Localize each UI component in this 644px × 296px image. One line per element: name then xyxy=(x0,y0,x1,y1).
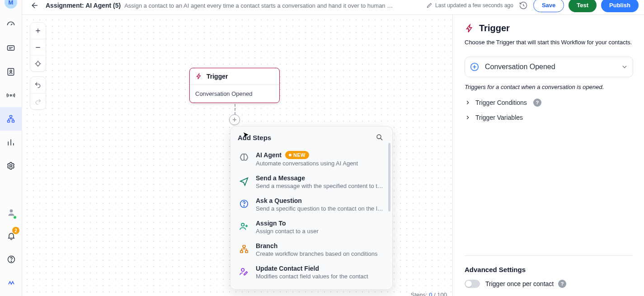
new-badge: NEW xyxy=(285,151,309,159)
arrow-left-icon xyxy=(30,1,39,10)
search-button[interactable] xyxy=(374,132,385,143)
svg-point-7 xyxy=(10,165,12,167)
broadcast-icon xyxy=(6,91,15,100)
svg-rect-17 xyxy=(240,251,243,253)
back-button[interactable] xyxy=(28,0,41,12)
advanced-settings-title: Advanced Settings xyxy=(465,255,633,273)
step-option-send-a-message[interactable]: Send a Message Send a message with the s… xyxy=(233,171,390,193)
panel-title-text: Trigger xyxy=(479,23,510,33)
add-steps-title: Add Steps xyxy=(238,134,271,141)
gear-icon xyxy=(6,161,15,170)
save-button[interactable]: Save xyxy=(533,0,564,12)
bars-icon xyxy=(6,138,15,147)
svg-point-8 xyxy=(9,209,13,212)
trigger-node[interactable]: Trigger Conversation Opened xyxy=(189,68,280,103)
steps-counter: Steps: 0 / 100 xyxy=(411,291,447,296)
trigger-node-title: Trigger xyxy=(207,73,228,80)
history-button[interactable] xyxy=(518,0,529,11)
nav-contacts[interactable] xyxy=(0,60,22,84)
publish-button[interactable]: Publish xyxy=(601,0,639,12)
workflow-canvas[interactable]: Trigger Conversation Opened + Add Steps … xyxy=(22,15,452,296)
nav-presence[interactable] xyxy=(0,201,22,224)
right-panel: Trigger Choose the Trigger that will sta… xyxy=(452,15,644,296)
workflow-icon xyxy=(6,114,15,123)
trigger-variables-toggle[interactable]: Trigger Variables xyxy=(465,114,633,121)
toggle-knob xyxy=(465,281,472,287)
step-option-update-contact-field[interactable]: Update Contact Field Modifies contact fi… xyxy=(233,261,390,284)
user-edit-icon xyxy=(238,265,250,278)
chevron-down-icon xyxy=(621,63,628,70)
help-tooltip-icon[interactable]: ? xyxy=(533,99,541,107)
zoom-out-button[interactable] xyxy=(30,39,46,55)
step-title: Send a Message xyxy=(256,174,305,182)
trigger-conditions-toggle[interactable]: Trigger Conditions ? xyxy=(465,99,633,107)
trigger-once-toggle[interactable] xyxy=(465,280,480,288)
top-bar: Assignment: AI Agent (5) Assign a contac… xyxy=(22,0,644,15)
workspace-avatar[interactable]: M xyxy=(5,0,17,9)
svg-rect-4 xyxy=(10,116,12,117)
svg-point-11 xyxy=(36,62,40,66)
canvas-toolbar xyxy=(30,22,46,114)
step-option-assign-to[interactable]: Assign To Assign contact to a user xyxy=(233,216,390,239)
nav-dashboard[interactable] xyxy=(0,13,22,37)
presence-dot xyxy=(13,216,17,219)
step-desc: Create workflow branches based on condit… xyxy=(256,250,378,257)
panel-subtitle: Choose the Trigger that will start this … xyxy=(465,39,633,46)
svg-point-2 xyxy=(10,70,12,72)
nav-brand[interactable] xyxy=(0,271,22,295)
steps-label: Steps: xyxy=(411,291,428,296)
trigger-picker[interactable]: Conversation Opened xyxy=(465,56,633,77)
svg-point-15 xyxy=(241,223,244,226)
gauge-icon xyxy=(6,20,15,29)
steps-total: 100 xyxy=(437,291,447,296)
nav-broadcast[interactable] xyxy=(0,84,22,107)
trigger-helper: Triggers for a contact when a conversati… xyxy=(465,84,633,90)
chat-icon xyxy=(6,44,15,53)
test-button[interactable]: Test xyxy=(569,0,597,12)
step-desc: Assign contact to a user xyxy=(256,228,319,235)
notification-badge: 2 xyxy=(12,227,19,234)
zoom-in-button[interactable] xyxy=(30,23,46,39)
contact-icon xyxy=(6,67,15,76)
pencil-icon xyxy=(426,2,432,9)
step-option-ask-a-question[interactable]: Ask a Question Send a specific question … xyxy=(233,193,390,216)
last-updated: Last updated a few seconds ago xyxy=(426,2,513,9)
nav-help[interactable] xyxy=(0,248,22,271)
nav-conversations[interactable] xyxy=(0,37,22,60)
search-icon xyxy=(376,133,384,141)
trigger-variables-label: Trigger Variables xyxy=(475,114,523,121)
add-steps-popover: Add Steps AI Agent NEW Automate conversa… xyxy=(230,126,393,290)
brain-icon xyxy=(238,151,250,164)
undo-button[interactable] xyxy=(30,77,46,93)
add-step-knob[interactable]: + xyxy=(229,114,240,125)
svg-rect-0 xyxy=(8,46,14,50)
step-option-ai-agent[interactable]: AI Agent NEW Automate conversations usin… xyxy=(233,147,390,171)
step-desc: Modifies contact field values for the co… xyxy=(256,273,368,280)
nav-notifications[interactable]: 2 xyxy=(0,224,22,248)
trigger-conditions-label: Trigger Conditions xyxy=(475,99,527,106)
step-title: Ask a Question xyxy=(256,197,302,204)
chevron-right-icon xyxy=(465,114,471,121)
step-desc: Automate conversations using AI Agent xyxy=(256,160,358,167)
workflow-title[interactable]: Assignment: AI Agent (5) xyxy=(46,2,121,9)
help-tooltip-icon[interactable]: ? xyxy=(558,280,566,288)
chevron-right-icon xyxy=(465,99,471,106)
step-desc: Send a specific question to the contact … xyxy=(256,205,383,212)
svg-point-3 xyxy=(10,94,11,96)
recenter-button[interactable] xyxy=(30,55,46,71)
question-icon xyxy=(238,197,250,210)
popover-scrollbar[interactable] xyxy=(388,143,390,211)
undo-icon xyxy=(34,81,42,89)
branch-icon xyxy=(238,243,250,255)
title-wrap: Assignment: AI Agent (5) Assign a contac… xyxy=(46,2,395,9)
redo-button[interactable] xyxy=(30,93,46,109)
nav-workflows[interactable] xyxy=(0,107,22,131)
step-title: Assign To xyxy=(256,220,286,227)
step-desc: Send a message with the specified conten… xyxy=(256,183,383,189)
trigger-node-content: Conversation Opened xyxy=(190,85,279,103)
step-option-branch[interactable]: Branch Create workflow branches based on… xyxy=(233,239,390,261)
trigger-picker-label: Conversation Opened xyxy=(485,63,555,71)
nav-reports[interactable] xyxy=(0,131,22,154)
nav-settings[interactable] xyxy=(0,154,22,178)
trigger-once-label: Trigger once per contact xyxy=(485,280,554,287)
